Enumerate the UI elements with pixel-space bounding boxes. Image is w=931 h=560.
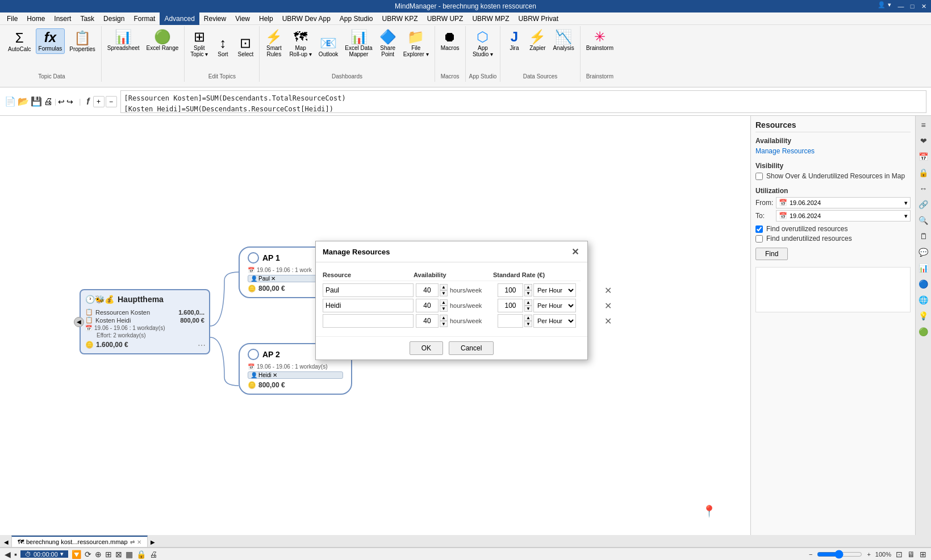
heidi-avail-down[interactable]: ▼ <box>440 306 448 312</box>
brainstorm-button[interactable]: ✳ Brainstorm <box>584 28 616 53</box>
resource-name-new[interactable] <box>323 314 414 328</box>
paul-rate-input[interactable] <box>498 283 523 297</box>
new-delete-button[interactable]: ✕ <box>602 316 613 327</box>
file-explorer-button[interactable]: 📁 FileExplorer ▾ <box>401 28 431 59</box>
print-icon[interactable]: 🖨 <box>44 97 53 107</box>
heidi-remove-icon[interactable]: ✕ <box>273 372 277 378</box>
sidebar-icon-8[interactable]: 🗒 <box>917 229 930 243</box>
new-avail-input[interactable] <box>416 314 439 328</box>
redo-icon[interactable]: ↪ <box>66 97 73 106</box>
split-topic-button[interactable]: ⊞ SplitTopic ▾ <box>188 28 210 59</box>
tab-prev-button[interactable]: ◀ <box>2 537 10 547</box>
maximize-button[interactable]: □ <box>907 1 917 11</box>
menu-ubrw-kpz[interactable]: UBRW KPZ <box>378 12 423 25</box>
open-icon[interactable]: 📂 <box>18 96 29 107</box>
filter-icon[interactable]: 🔽 <box>72 550 81 559</box>
app-studio-button[interactable]: ⬡ AppStudio ▾ <box>470 28 495 59</box>
tab-close-button[interactable]: ✕ <box>137 539 141 545</box>
sidebar-icon-4[interactable]: 🔒 <box>917 166 930 179</box>
sidebar-icon-5[interactable]: ↔ <box>917 182 930 195</box>
spreadsheet-button[interactable]: 📊 Spreadsheet <box>105 28 142 53</box>
resource-name-heidi[interactable] <box>323 299 414 312</box>
minimize-button[interactable]: — <box>896 1 906 11</box>
target-icon[interactable]: ⊕ <box>95 550 102 559</box>
lock-icon[interactable]: 🔒 <box>136 550 146 559</box>
zoom-slider[interactable] <box>817 550 862 559</box>
heidi-rate-up[interactable]: ▲ <box>524 299 532 306</box>
sidebar-icon-13[interactable]: 💡 <box>917 309 930 323</box>
menu-ubrw-privat[interactable]: UBRW Privat <box>514 12 563 25</box>
heidi-avail-up[interactable]: ▲ <box>440 299 448 306</box>
sidebar-icon-10[interactable]: 📊 <box>917 261 930 275</box>
menu-design[interactable]: Design <box>99 12 129 25</box>
new-icon[interactable]: 📄 <box>5 96 16 107</box>
outlook-button[interactable]: 📧 Outlook <box>316 35 340 59</box>
zoom-in-icon[interactable]: + <box>867 551 870 558</box>
fit-icon[interactable]: ⊠ <box>115 550 122 559</box>
save-icon[interactable]: 💾 <box>31 96 42 107</box>
menu-format[interactable]: Format <box>129 12 160 25</box>
new-rate-input[interactable] <box>498 314 523 328</box>
sidebar-icon-7[interactable]: 🔍 <box>917 214 930 227</box>
macros-button[interactable]: ⏺ Macros <box>439 28 462 53</box>
formula-add-button[interactable]: + <box>93 96 105 107</box>
paul-avail-input[interactable] <box>416 283 439 297</box>
menu-insert[interactable]: Insert <box>49 12 76 25</box>
autocalc-button[interactable]: Σ AutoCalc <box>6 30 34 54</box>
paul-avail-down[interactable]: ▼ <box>440 290 448 296</box>
menu-app-studio[interactable]: App Studio <box>335 12 378 25</box>
analysis-button[interactable]: 📉 Analysis <box>550 28 576 53</box>
to-date-input[interactable]: 📅 19.06.2024 ▾ <box>776 210 911 222</box>
menu-ubrw-dev[interactable]: UBRW Dev App <box>278 12 335 25</box>
smartrules-button[interactable]: ⚡ SmartRules <box>263 28 285 59</box>
formulas-button[interactable]: fx Formulas <box>36 28 65 54</box>
formula-remove-button[interactable]: − <box>106 96 117 107</box>
ok-button[interactable]: OK <box>410 341 443 355</box>
sidebar-icon-6[interactable]: 🔗 <box>917 198 930 211</box>
zoom-out-icon[interactable]: − <box>809 551 812 558</box>
heidi-rate-input[interactable] <box>498 299 523 312</box>
tab-next-button[interactable]: ▶ <box>149 537 157 547</box>
grid-icon[interactable]: ⊞ <box>920 550 926 559</box>
map-rollup-button[interactable]: 🗺 MapRoll-up ▾ <box>287 28 314 59</box>
menu-file[interactable]: File <box>2 12 22 25</box>
from-date-input[interactable]: 📅 19.06.2024 ▾ <box>776 197 911 208</box>
new-avail-down[interactable]: ▼ <box>440 321 448 327</box>
user-dropdown-icon[interactable]: ▾ <box>888 1 891 9</box>
heidi-avail-input[interactable] <box>416 299 439 312</box>
timer-dropdown[interactable]: ▾ <box>60 550 64 558</box>
collapse-button[interactable]: ◀ <box>74 317 84 327</box>
heidi-period-select[interactable]: Per Hour Per Day Per Week <box>533 299 576 312</box>
select-button[interactable]: ⊡ Select <box>235 35 256 59</box>
paul-avail-up[interactable]: ▲ <box>440 284 448 290</box>
menu-help[interactable]: Help <box>254 12 278 25</box>
status-icon-1[interactable]: ◀ <box>5 550 11 559</box>
menu-ubrw-mpz[interactable]: UBRW MPZ <box>467 12 513 25</box>
close-button[interactable]: ✕ <box>919 1 929 11</box>
menu-task[interactable]: Task <box>76 12 99 25</box>
properties-button[interactable]: 📋 Properties <box>67 30 98 54</box>
new-rate-down[interactable]: ▼ <box>524 321 532 327</box>
sidebar-icon-11[interactable]: 🔵 <box>917 277 930 291</box>
paul-rate-down[interactable]: ▼ <box>524 290 532 296</box>
menu-home[interactable]: Home <box>22 12 49 25</box>
excel-range-button[interactable]: 🟢 Excel Range <box>144 28 181 53</box>
menu-review[interactable]: Review <box>199 12 231 25</box>
new-period-select[interactable]: Per Hour Per Day Per Week <box>533 314 576 328</box>
sidebar-icon-9[interactable]: 💬 <box>917 245 930 259</box>
sidebar-icon-1[interactable]: ≡ <box>917 118 930 132</box>
manage-resources-link[interactable]: Manage Resources <box>755 147 815 155</box>
undo-icon[interactable]: ↩ <box>58 97 65 106</box>
paul-period-select[interactable]: Per Hour Per Day Per Week <box>533 283 576 297</box>
menu-ubrw-upz[interactable]: UBRW UPZ <box>423 12 468 25</box>
layout-icon[interactable]: ▦ <box>126 550 133 559</box>
tab-berechnung[interactable]: 🗺 berechnung kost...ressourcen.mmap ⇄ ✕ <box>11 536 148 547</box>
hauptthema-node[interactable]: ◀ 🕐🐝💰 Hauptthema 📋 Ressourcen Kosten 1.6… <box>80 289 210 354</box>
show-over-under-input[interactable] <box>755 173 763 180</box>
print-icon2[interactable]: 🖨 <box>149 550 157 559</box>
sidebar-icon-2[interactable]: ❤ <box>917 134 930 148</box>
paul-rate-up[interactable]: ▲ <box>524 284 532 290</box>
new-avail-up[interactable]: ▲ <box>440 315 448 321</box>
find-button[interactable]: Find <box>755 248 788 260</box>
paul-delete-button[interactable]: ✕ <box>602 285 613 296</box>
